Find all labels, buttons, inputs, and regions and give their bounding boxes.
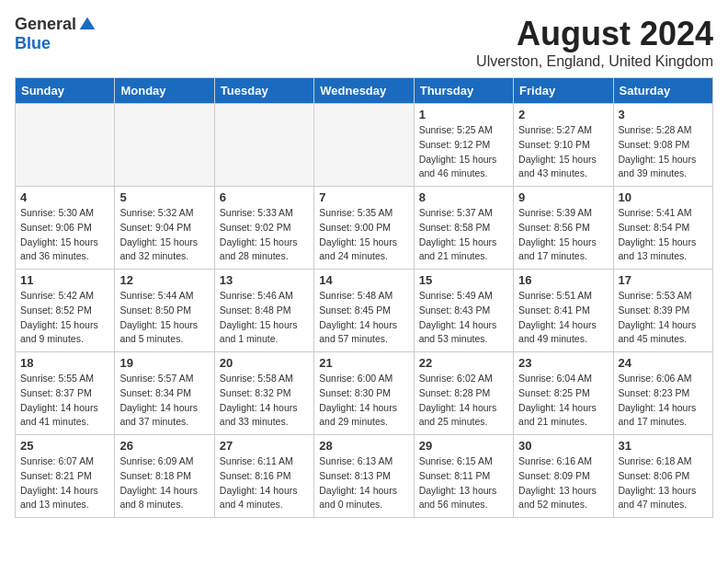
calendar-week-1: 1Sunrise: 5:25 AMSunset: 9:12 PMDaylight… (16, 104, 713, 187)
day-number: 27 (220, 439, 309, 453)
day-number: 17 (619, 273, 708, 287)
day-number: 4 (20, 190, 109, 204)
day-info: Sunrise: 6:16 AMSunset: 8:09 PMDaylight:… (518, 454, 608, 512)
calendar-cell: 13Sunrise: 5:46 AMSunset: 8:48 PMDayligh… (214, 270, 313, 352)
calendar-cell: 29Sunrise: 6:15 AMSunset: 8:11 PMDayligh… (414, 435, 513, 518)
calendar-week-4: 18Sunrise: 5:55 AMSunset: 8:37 PMDayligh… (16, 352, 713, 435)
day-number: 21 (319, 356, 408, 370)
day-number: 5 (119, 190, 209, 204)
calendar-cell: 17Sunrise: 5:53 AMSunset: 8:39 PMDayligh… (613, 270, 712, 352)
calendar-cell (115, 104, 214, 187)
calendar-cell: 14Sunrise: 5:48 AMSunset: 8:45 PMDayligh… (314, 270, 414, 352)
day-number: 26 (119, 439, 209, 453)
day-info: Sunrise: 5:35 AMSunset: 9:00 PMDaylight:… (319, 206, 408, 264)
day-info: Sunrise: 6:13 AMSunset: 8:13 PMDaylight:… (319, 454, 408, 512)
page-header: General Blue August 2024 Ulverston, Engl… (15, 15, 713, 70)
calendar-header-row: SundayMondayTuesdayWednesdayThursdayFrid… (16, 78, 713, 104)
day-number: 2 (518, 108, 608, 121)
calendar-cell: 8Sunrise: 5:37 AMSunset: 8:58 PMDaylight… (414, 187, 513, 270)
day-info: Sunrise: 6:04 AMSunset: 8:25 PMDaylight:… (518, 372, 608, 430)
day-number: 25 (20, 439, 109, 453)
calendar-cell: 15Sunrise: 5:49 AMSunset: 8:43 PMDayligh… (414, 270, 513, 352)
day-number: 15 (419, 273, 508, 287)
calendar-cell: 28Sunrise: 6:13 AMSunset: 8:13 PMDayligh… (314, 435, 414, 518)
day-number: 8 (419, 190, 508, 204)
calendar-cell (16, 104, 115, 187)
weekday-header-sunday: Sunday (16, 78, 115, 104)
calendar-cell: 23Sunrise: 6:04 AMSunset: 8:25 PMDayligh… (514, 352, 613, 435)
day-info: Sunrise: 6:15 AMSunset: 8:11 PMDaylight:… (419, 454, 508, 512)
calendar-week-2: 4Sunrise: 5:30 AMSunset: 9:06 PMDaylight… (16, 187, 713, 270)
calendar-cell: 6Sunrise: 5:33 AMSunset: 9:02 PMDaylight… (214, 187, 313, 270)
calendar-week-3: 11Sunrise: 5:42 AMSunset: 8:52 PMDayligh… (16, 270, 713, 352)
day-number: 7 (319, 190, 408, 204)
calendar-cell: 10Sunrise: 5:41 AMSunset: 8:54 PMDayligh… (613, 187, 712, 270)
day-info: Sunrise: 5:32 AMSunset: 9:04 PMDaylight:… (119, 206, 209, 264)
calendar-week-5: 25Sunrise: 6:07 AMSunset: 8:21 PMDayligh… (16, 435, 713, 518)
day-info: Sunrise: 5:42 AMSunset: 8:52 PMDaylight:… (20, 289, 109, 347)
weekday-header-tuesday: Tuesday (214, 78, 313, 104)
weekday-header-monday: Monday (115, 78, 214, 104)
day-number: 13 (220, 273, 309, 287)
day-number: 24 (619, 356, 708, 370)
day-number: 16 (518, 273, 608, 287)
day-info: Sunrise: 6:06 AMSunset: 8:23 PMDaylight:… (619, 372, 708, 430)
calendar-cell: 25Sunrise: 6:07 AMSunset: 8:21 PMDayligh… (16, 435, 115, 518)
day-number: 23 (518, 356, 608, 370)
day-number: 9 (518, 190, 608, 204)
weekday-header-saturday: Saturday (613, 78, 712, 104)
logo-icon (78, 16, 97, 34)
day-number: 12 (119, 273, 209, 287)
day-info: Sunrise: 6:18 AMSunset: 8:06 PMDaylight:… (619, 454, 708, 512)
day-number: 3 (619, 108, 708, 121)
calendar-cell: 27Sunrise: 6:11 AMSunset: 8:16 PMDayligh… (214, 435, 313, 518)
day-info: Sunrise: 5:53 AMSunset: 8:39 PMDaylight:… (619, 289, 708, 347)
calendar-cell: 18Sunrise: 5:55 AMSunset: 8:37 PMDayligh… (16, 352, 115, 435)
calendar-cell: 31Sunrise: 6:18 AMSunset: 8:06 PMDayligh… (613, 435, 712, 518)
day-number: 29 (419, 439, 508, 453)
day-number: 30 (518, 439, 608, 453)
day-info: Sunrise: 5:37 AMSunset: 8:58 PMDaylight:… (419, 206, 508, 264)
weekday-header-friday: Friday (514, 78, 613, 104)
calendar-cell: 12Sunrise: 5:44 AMSunset: 8:50 PMDayligh… (115, 270, 214, 352)
calendar-cell: 5Sunrise: 5:32 AMSunset: 9:04 PMDaylight… (115, 187, 214, 270)
day-info: Sunrise: 5:41 AMSunset: 8:54 PMDaylight:… (619, 206, 708, 264)
day-info: Sunrise: 5:28 AMSunset: 9:08 PMDaylight:… (619, 123, 708, 181)
day-number: 19 (119, 356, 209, 370)
day-info: Sunrise: 5:27 AMSunset: 9:10 PMDaylight:… (518, 123, 608, 181)
day-number: 22 (419, 356, 508, 370)
day-info: Sunrise: 5:39 AMSunset: 8:56 PMDaylight:… (518, 206, 608, 264)
calendar-cell (214, 104, 313, 187)
day-number: 10 (619, 190, 708, 204)
calendar-table: SundayMondayTuesdayWednesdayThursdayFrid… (15, 77, 713, 518)
weekday-header-wednesday: Wednesday (314, 78, 414, 104)
day-number: 20 (220, 356, 309, 370)
calendar-cell: 24Sunrise: 6:06 AMSunset: 8:23 PMDayligh… (613, 352, 712, 435)
day-info: Sunrise: 5:58 AMSunset: 8:32 PMDaylight:… (220, 372, 309, 430)
day-info: Sunrise: 6:00 AMSunset: 8:30 PMDaylight:… (319, 372, 408, 430)
day-number: 6 (220, 190, 309, 204)
day-info: Sunrise: 5:46 AMSunset: 8:48 PMDaylight:… (220, 289, 309, 347)
day-info: Sunrise: 5:30 AMSunset: 9:06 PMDaylight:… (20, 206, 109, 264)
calendar-cell (314, 104, 414, 187)
logo-general-text: General (15, 15, 76, 34)
day-info: Sunrise: 6:09 AMSunset: 8:18 PMDaylight:… (119, 454, 209, 512)
day-info: Sunrise: 5:25 AMSunset: 9:12 PMDaylight:… (419, 123, 508, 181)
calendar-cell: 22Sunrise: 6:02 AMSunset: 8:28 PMDayligh… (414, 352, 513, 435)
calendar-cell: 9Sunrise: 5:39 AMSunset: 8:56 PMDaylight… (514, 187, 613, 270)
day-number: 31 (619, 439, 708, 453)
title-section: August 2024 Ulverston, England, United K… (476, 15, 713, 70)
day-number: 18 (20, 356, 109, 370)
calendar-cell: 11Sunrise: 5:42 AMSunset: 8:52 PMDayligh… (16, 270, 115, 352)
day-info: Sunrise: 6:02 AMSunset: 8:28 PMDaylight:… (419, 372, 508, 430)
location-subtitle: Ulverston, England, United Kingdom (476, 53, 713, 70)
logo-blue-text: Blue (15, 34, 51, 53)
weekday-header-thursday: Thursday (414, 78, 513, 104)
day-number: 28 (319, 439, 408, 453)
calendar-cell: 3Sunrise: 5:28 AMSunset: 9:08 PMDaylight… (613, 104, 712, 187)
day-info: Sunrise: 5:51 AMSunset: 8:41 PMDaylight:… (518, 289, 608, 347)
day-info: Sunrise: 6:11 AMSunset: 8:16 PMDaylight:… (220, 454, 309, 512)
day-info: Sunrise: 5:48 AMSunset: 8:45 PMDaylight:… (319, 289, 408, 347)
svg-marker-0 (80, 17, 96, 29)
calendar-cell: 21Sunrise: 6:00 AMSunset: 8:30 PMDayligh… (314, 352, 414, 435)
